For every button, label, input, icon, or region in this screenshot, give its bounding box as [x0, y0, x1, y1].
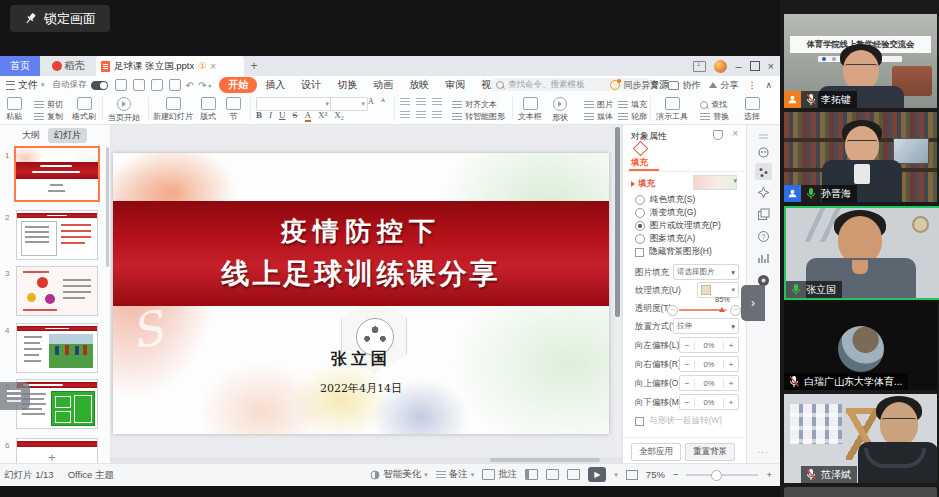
offset-left-stepper[interactable]: −0%+	[679, 337, 739, 353]
file-menu[interactable]: 文件 ▾	[0, 78, 51, 92]
option-gradient-fill[interactable]: 渐变填充(G)	[635, 207, 696, 219]
object-properties-icon[interactable]	[755, 163, 772, 180]
ribbon-tab-review[interactable]: 审阅	[437, 77, 473, 93]
slide-editor[interactable]: S re 疫情防控下 线上足球训练课分享 张立国 2022年4月14日	[113, 153, 609, 434]
ribbon-tab-transition[interactable]: 切换	[329, 77, 365, 93]
vertical-scrollbar-thumb[interactable]	[615, 127, 620, 317]
option-solid-fill[interactable]: 纯色填充(S)	[635, 194, 695, 206]
sync-status-button[interactable]: 同步异常	[610, 79, 659, 92]
zoom-out-button[interactable]: −	[673, 469, 679, 480]
participant-tile-6-partial[interactable]	[784, 487, 937, 497]
align-right-icon[interactable]	[432, 111, 442, 119]
option-pattern-fill[interactable]: 图案填充(A)	[635, 233, 695, 245]
smart-graphic-button[interactable]: 转智能图形	[452, 111, 505, 122]
slides-tab[interactable]: 幻灯片	[48, 128, 87, 143]
transparency-plus-button[interactable]: −	[730, 305, 741, 316]
superscript-button[interactable]: X²	[318, 110, 327, 122]
bold-button[interactable]: B	[256, 110, 262, 122]
ribbon-tab-start[interactable]: 开始	[219, 77, 257, 93]
font-family-select[interactable]: ▾	[256, 97, 332, 111]
normal-view-icon[interactable]	[525, 469, 538, 480]
offset-up-stepper[interactable]: −0%+	[679, 375, 739, 391]
media-button[interactable]: 媒体	[584, 111, 613, 122]
collaborate-button[interactable]: 协作	[668, 79, 700, 92]
thumbnails-scrollbar[interactable]	[106, 147, 109, 267]
play-from-current-button[interactable]: 当页开始	[108, 97, 140, 123]
transparency-minus-button[interactable]: −	[667, 305, 678, 316]
ribbon-tab-animation[interactable]: 动画	[365, 77, 401, 93]
outline-tab[interactable]: 大纲	[22, 129, 40, 142]
notes-button[interactable]: 备注 ▾	[436, 468, 475, 481]
textbox-button[interactable]: 文本框	[518, 97, 542, 122]
align-center-icon[interactable]	[416, 111, 426, 119]
collapse-ribbon-icon[interactable]: ∧	[765, 80, 772, 90]
user-avatar[interactable]	[714, 60, 727, 73]
share-button[interactable]: 分享	[709, 79, 738, 92]
new-slide-button[interactable]: 新建幻灯片	[153, 97, 193, 122]
title-banner[interactable]: 疫情防控下 线上足球训练课分享	[113, 201, 609, 306]
window-info-icon[interactable]	[693, 61, 706, 72]
tab-home[interactable]: 首页	[0, 56, 40, 76]
slide-date[interactable]: 2022年4月14日	[113, 381, 609, 396]
save-icon[interactable]	[133, 79, 145, 91]
shapes-button[interactable]: 形状	[552, 97, 568, 123]
select-button[interactable]: 选择	[744, 97, 760, 122]
find-button[interactable]: 查找	[700, 99, 727, 110]
reading-view-icon[interactable]	[567, 469, 580, 480]
participant-tile-1[interactable]: 体育学院线上教学经验交流会 李拓键	[784, 14, 937, 108]
zoom-slider-handle[interactable]	[711, 470, 722, 481]
slide-author[interactable]: 张立国	[113, 349, 609, 370]
option-hide-background[interactable]: 隐藏背景图形(H)	[635, 246, 712, 258]
slide-thumbnail-6[interactable]	[16, 438, 98, 463]
minimize-button[interactable]: –	[735, 60, 741, 72]
italic-button[interactable]: I	[269, 110, 272, 122]
cut-button[interactable]: 剪切	[34, 99, 63, 110]
strikethrough-button[interactable]: S	[293, 110, 298, 122]
copy-button[interactable]: 复制	[34, 111, 63, 122]
ai-assistant-icon[interactable]	[757, 145, 770, 158]
collapse-panel-tab[interactable]: ›	[741, 285, 765, 321]
bullet-list-icon[interactable]	[400, 98, 410, 106]
slide-thumbnail-4[interactable]	[16, 323, 98, 373]
slideshow-play-button[interactable]: ▶	[588, 467, 606, 482]
format-painter-button[interactable]: 格式刷	[72, 97, 96, 122]
offset-down-stepper[interactable]: −0%+	[679, 394, 739, 410]
slide-sorter-view-icon[interactable]	[546, 469, 559, 480]
doc-close-icon[interactable]: ×	[210, 61, 216, 72]
zoom-in-button[interactable]: +	[766, 469, 772, 480]
restore-button[interactable]	[750, 61, 760, 71]
paste-button[interactable]: 粘贴	[6, 97, 22, 122]
redo-caret-icon[interactable]: ▾	[208, 82, 211, 89]
more-menu-icon[interactable]: ⋮	[747, 80, 756, 90]
option-picture-fill[interactable]: 图片或纹理填充(P)	[635, 220, 721, 232]
add-slide-button[interactable]: +	[48, 450, 56, 463]
help-icon[interactable]: ?	[757, 229, 770, 242]
ribbon-tab-design[interactable]: 设计	[293, 77, 329, 93]
reset-background-button[interactable]: 重置背景	[685, 443, 735, 461]
zoom-slider[interactable]	[686, 474, 758, 476]
placement-select[interactable]: 拉伸▾	[673, 318, 739, 334]
ribbon-tab-slideshow[interactable]: 放映	[401, 77, 437, 93]
close-window-button[interactable]: ×	[768, 60, 774, 72]
slide-thumbnail-3[interactable]	[16, 266, 98, 316]
offset-right-stepper[interactable]: −0%+	[679, 356, 739, 372]
preview-icon[interactable]	[169, 79, 181, 91]
presenter-tools-button[interactable]: 演示工具	[656, 97, 688, 122]
redo-icon[interactable]: ↷	[198, 80, 206, 91]
layers-pane-icon[interactable]	[757, 207, 770, 220]
font-size-select[interactable]: ▾	[330, 97, 368, 111]
slide-thumbnail-1[interactable]	[14, 146, 100, 202]
print-icon[interactable]	[151, 79, 163, 91]
font-color-button[interactable]: A	[305, 110, 312, 122]
theme-name[interactable]: Office 主题	[68, 469, 114, 482]
indent-icon[interactable]	[432, 98, 442, 106]
transparency-slider[interactable]	[679, 309, 727, 311]
subscript-button[interactable]: X₂	[334, 110, 344, 122]
participant-tile-2[interactable]: 孙晋海	[784, 112, 937, 202]
floating-tool-widget[interactable]	[0, 382, 30, 410]
rotate-with-shape-option[interactable]: 与形状一起旋转(W)	[635, 415, 722, 427]
outline-button[interactable]: 轮廓	[618, 111, 647, 122]
play-options-caret[interactable]: ▾	[614, 471, 618, 479]
participant-tile-4[interactable]: 白瑞广山东大学体育...	[784, 300, 937, 390]
underline-button[interactable]: U	[279, 110, 286, 122]
